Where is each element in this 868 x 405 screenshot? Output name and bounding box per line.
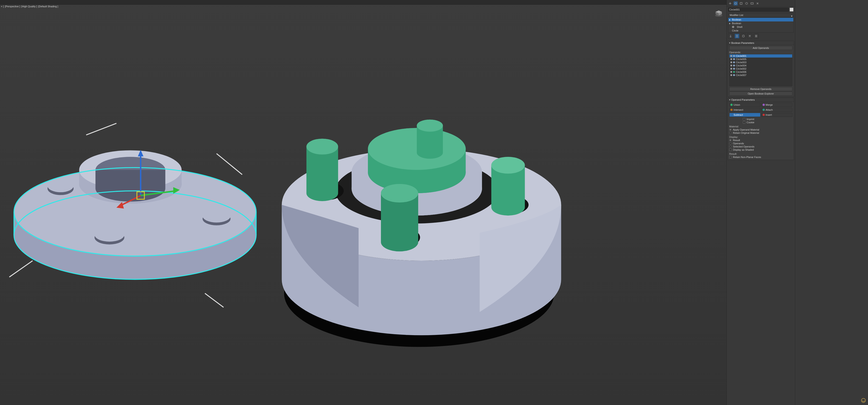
svg-rect-40 bbox=[751, 3, 753, 4]
modifier-list-dropdown[interactable]: Modifier List ▾ bbox=[728, 13, 794, 17]
show-end-result-button[interactable] bbox=[735, 34, 740, 39]
rollout-title: Boolean Parameters bbox=[731, 41, 754, 44]
material-label: Material: bbox=[729, 125, 793, 128]
rollout-boolean-parameters: ▾ Boolean Parameters Add Operands Operan… bbox=[727, 41, 794, 97]
svg-point-43 bbox=[861, 398, 866, 403]
svg-point-12 bbox=[203, 210, 230, 223]
eye-icon bbox=[732, 26, 734, 28]
remove-operands-button[interactable]: Remove Operands bbox=[729, 87, 793, 91]
rollout-title: Operand Parameters bbox=[731, 98, 755, 101]
modifier-list-label: Modifier List bbox=[730, 14, 743, 17]
result-label: Result: bbox=[729, 153, 793, 155]
svg-point-8 bbox=[48, 179, 73, 192]
svg-point-35 bbox=[307, 138, 338, 154]
eye-icon bbox=[731, 65, 732, 66]
attach-button[interactable]: Attach bbox=[762, 108, 793, 112]
operand-cyl-left[interactable] bbox=[307, 138, 338, 201]
modifier-item[interactable]: ▸Boolean bbox=[728, 22, 794, 25]
operand-dot bbox=[733, 55, 735, 57]
display-result-radio[interactable] bbox=[729, 139, 732, 141]
svg-rect-38 bbox=[740, 2, 742, 5]
apply-material-radio[interactable] bbox=[729, 128, 732, 131]
eye-icon bbox=[731, 58, 732, 60]
triangle-down-icon: ▾ bbox=[729, 42, 731, 44]
corner-gizmo-icon[interactable] bbox=[860, 397, 867, 404]
svg-point-10 bbox=[94, 228, 124, 242]
svg-point-34 bbox=[417, 120, 443, 132]
remove-modifier-button[interactable] bbox=[747, 34, 752, 39]
retain-nonplanar-checkbox[interactable] bbox=[729, 156, 732, 158]
svg-point-36 bbox=[491, 157, 525, 174]
intersect-button[interactable]: Intersect bbox=[729, 108, 761, 112]
add-operands-button[interactable]: Add Operands bbox=[729, 46, 793, 50]
svg-point-37 bbox=[381, 184, 418, 202]
operand-dot bbox=[733, 58, 735, 60]
operand-row[interactable]: Circle002 bbox=[730, 67, 792, 70]
operand-row[interactable]: Circle004 bbox=[730, 64, 792, 67]
operand-cyl-back[interactable] bbox=[417, 120, 443, 159]
operands-label: Operands: bbox=[729, 51, 793, 54]
operand-dot bbox=[733, 68, 735, 70]
operand-row[interactable]: Circle007 bbox=[730, 73, 792, 77]
insert-button[interactable]: Insert bbox=[762, 113, 793, 117]
svg-point-42 bbox=[742, 35, 745, 37]
modifier-item[interactable]: Circle bbox=[728, 29, 794, 32]
operand-dot bbox=[733, 74, 735, 76]
modifier-stack-tools bbox=[727, 34, 795, 40]
display-selected-radio[interactable] bbox=[729, 146, 732, 148]
make-unique-button[interactable] bbox=[741, 34, 746, 39]
union-button[interactable]: Union bbox=[729, 103, 761, 107]
tab-display[interactable] bbox=[750, 1, 754, 5]
rollout-header[interactable]: ▾ Operand Parameters bbox=[728, 98, 794, 102]
operand-dot bbox=[733, 65, 735, 66]
operand-dot bbox=[733, 71, 735, 73]
operand-dot bbox=[733, 61, 735, 63]
eye-icon bbox=[731, 74, 732, 76]
tab-motion[interactable] bbox=[745, 1, 749, 5]
pin-stack-button[interactable] bbox=[728, 34, 733, 39]
operand-row[interactable]: Circle005 bbox=[730, 58, 792, 61]
display-shaded-checkbox[interactable] bbox=[729, 149, 732, 151]
eye-icon bbox=[731, 61, 732, 63]
object-color-swatch[interactable] bbox=[789, 7, 794, 12]
eye-icon bbox=[731, 55, 732, 57]
svg-point-39 bbox=[746, 2, 748, 5]
rollout-header[interactable]: ▾ Boolean Parameters bbox=[728, 41, 794, 45]
eye-icon bbox=[731, 71, 732, 73]
command-tabs bbox=[727, 0, 795, 7]
merge-button[interactable]: Merge bbox=[762, 103, 793, 107]
right-flange[interactable] bbox=[282, 120, 561, 347]
viewport-scene[interactable] bbox=[0, 0, 726, 405]
triangle-down-icon: ▾ bbox=[729, 99, 731, 101]
open-boolean-explorer-button[interactable]: Open Boolean Explorer bbox=[729, 92, 793, 96]
eye-icon bbox=[731, 68, 732, 70]
viewport[interactable]: + ] [Perspective ] [High Quality ] [Defa… bbox=[0, 0, 726, 405]
retain-material-radio[interactable] bbox=[729, 132, 732, 134]
operand-row[interactable]: Circle006 bbox=[730, 70, 792, 73]
subtract-button[interactable]: Subtract bbox=[729, 113, 761, 117]
right-dock bbox=[795, 0, 868, 405]
cookie-checkbox[interactable] bbox=[743, 121, 745, 124]
left-flange[interactable] bbox=[9, 123, 256, 307]
tab-create[interactable] bbox=[728, 1, 732, 5]
object-name-input[interactable] bbox=[728, 7, 788, 12]
operand-cyl-right[interactable] bbox=[491, 157, 525, 216]
configure-sets-button[interactable] bbox=[754, 34, 759, 39]
operand-row[interactable]: Circle003 bbox=[730, 61, 792, 64]
command-panel: Modifier List ▾ ▸Boolean ▸Boolean Shell … bbox=[726, 0, 795, 405]
modifier-stack[interactable]: ▸Boolean ▸Boolean Shell Circle bbox=[728, 18, 794, 33]
svg-rect-41 bbox=[736, 35, 738, 37]
display-operands-radio[interactable] bbox=[729, 142, 732, 145]
operand-row[interactable]: Circle001 bbox=[730, 54, 792, 58]
imprint-checkbox[interactable] bbox=[743, 118, 745, 120]
operand-cyl-front[interactable] bbox=[381, 184, 418, 251]
chevron-down-icon: ▾ bbox=[791, 14, 793, 18]
display-label: Display: bbox=[729, 135, 793, 138]
rollout-operand-parameters: ▾ Operand Parameters Union Merge Interse… bbox=[727, 98, 794, 160]
tab-modify[interactable] bbox=[734, 1, 738, 5]
modifier-item[interactable]: ▸Boolean bbox=[728, 18, 794, 22]
tab-utilities[interactable] bbox=[755, 1, 760, 5]
operands-list[interactable]: Circle001 Circle005 Circle003 Circle004 … bbox=[729, 54, 793, 86]
tab-hierarchy[interactable] bbox=[739, 1, 743, 5]
modifier-item[interactable]: Shell bbox=[728, 25, 794, 29]
